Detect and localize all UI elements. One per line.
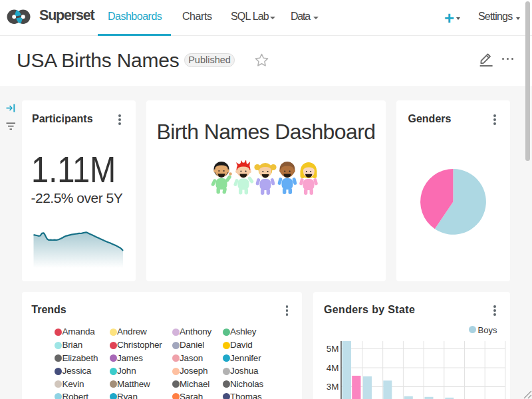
svg-text:4M: 4M bbox=[327, 363, 339, 373]
svg-text:3M: 3M bbox=[327, 382, 339, 392]
svg-text:5M: 5M bbox=[327, 344, 339, 354]
svg-text:Boys: Boys bbox=[478, 325, 497, 335]
